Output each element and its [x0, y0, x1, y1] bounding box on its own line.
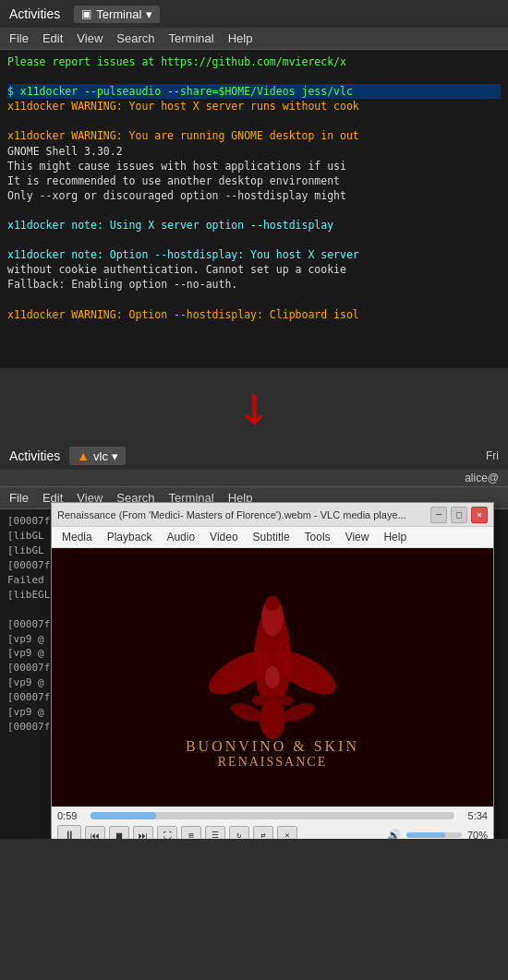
- album-text: BUONVINO & SKIN RENAISSANCE: [186, 738, 359, 770]
- vlc-menu-video[interactable]: Video: [207, 530, 240, 544]
- vlc-controls-area: 0:59 5:34 ⏸ ⏮ ⏹ ⏭ ⛶ ⊞ ☰ ↻ ⇄ ✕: [52, 807, 493, 839]
- arrow-section: ↓: [0, 368, 508, 442]
- terminal-menubar-top: File Edit View Search Terminal Help: [0, 28, 508, 50]
- vlc-menu-media[interactable]: Media: [59, 530, 95, 544]
- term-line: without cookie authentication. Cannot se…: [7, 262, 501, 277]
- vlc-menu-view[interactable]: View: [343, 530, 372, 544]
- term-line: Only --xorg or discouraged option --host…: [7, 188, 501, 203]
- terminal2-container: alice@ File Edit View Search Terminal He…: [0, 470, 508, 839]
- menu-view[interactable]: View: [77, 31, 103, 45]
- pause-button[interactable]: ⏸: [57, 825, 81, 839]
- transport-buttons: ⏸ ⏮ ⏹ ⏭ ⛶ ⊞ ☰ ↻ ⇄ ✕: [57, 825, 297, 839]
- terminal-label: Terminal: [96, 7, 141, 21]
- minimize-button[interactable]: ─: [430, 507, 447, 523]
- terminal-icon: ▣: [81, 7, 91, 20]
- next-button[interactable]: ⏭: [133, 826, 153, 839]
- terminal-app-button[interactable]: ▣ Terminal ▾: [74, 6, 160, 23]
- term-line: x11docker WARNING: Your host X server ru…: [7, 99, 501, 114]
- bottom-bar-right: Fri: [486, 449, 499, 462]
- volume-icon: 🔊: [387, 829, 401, 839]
- volume-fill: [406, 832, 445, 838]
- close-button[interactable]: ✕: [471, 507, 488, 523]
- total-time: 5:34: [460, 810, 488, 821]
- vlc-app-button[interactable]: ▲ vlc ▾: [69, 447, 126, 465]
- vlc-menu-subtitle[interactable]: Subtitle: [250, 530, 293, 544]
- term-line: Fallback: Enabling option --no-auth.: [7, 277, 501, 292]
- menu-help[interactable]: Help: [228, 31, 253, 45]
- bottom-bar-left: Activities ▲ vlc ▾: [9, 447, 126, 465]
- svg-point-4: [265, 596, 280, 611]
- volume-controls: 🔊 70%: [387, 829, 488, 839]
- progress-fill: [91, 812, 156, 819]
- current-time: 0:59: [57, 810, 85, 821]
- menu-search[interactable]: Search: [116, 31, 154, 45]
- svg-point-9: [265, 666, 280, 688]
- fullscreen-button[interactable]: ⛶: [157, 826, 177, 839]
- term-line: x11docker note: Option --hostdisplay: Yo…: [7, 247, 501, 262]
- bottom-taskbar: Activities ▲ vlc ▾ Fri: [0, 442, 508, 470]
- album-art: BUONVINO & SKIN RENAISSANCE: [52, 548, 493, 807]
- menu-edit[interactable]: Edit: [42, 31, 63, 45]
- term-line: This might cause issues with host applic…: [7, 159, 501, 173]
- playlist-button[interactable]: ☰: [205, 826, 225, 839]
- vlc-menu-help[interactable]: Help: [381, 530, 409, 544]
- term-line: [7, 114, 501, 128]
- top-taskbar: Activities ▣ Terminal ▾: [0, 0, 508, 28]
- vlc-dropdown-icon: ▾: [112, 449, 118, 463]
- menu-terminal[interactable]: Terminal: [169, 31, 214, 45]
- down-arrow-icon: ↓: [237, 377, 271, 433]
- vlc-video-area[interactable]: BUONVINO & SKIN RENAISSANCE: [52, 548, 493, 807]
- term-line: x11docker note: Using X server option --…: [7, 218, 501, 233]
- svg-point-6: [260, 699, 285, 739]
- volume-percent: 70%: [467, 830, 488, 839]
- activities-label-bottom[interactable]: Activities: [9, 448, 60, 463]
- vlc-cone-icon: ▲: [77, 448, 90, 463]
- vlc-window-controls: ─ □ ✕: [430, 507, 488, 523]
- activities-label[interactable]: Activities: [9, 6, 60, 21]
- term-line: [7, 233, 501, 247]
- random-button[interactable]: ⇄: [253, 826, 273, 839]
- close-media-button[interactable]: ✕: [277, 826, 297, 839]
- vlc-title: Renaissance (From 'Medici- Masters of Fl…: [57, 509, 430, 520]
- term-line: x11docker WARNING: You are running GNOME…: [7, 128, 501, 143]
- maximize-button[interactable]: □: [451, 507, 467, 523]
- extended-settings-button[interactable]: ⊞: [181, 826, 201, 839]
- term-line: Please report issues at https://github.c…: [7, 54, 501, 69]
- album-artist: BUONVINO & SKIN: [186, 738, 359, 755]
- progress-track[interactable]: [91, 812, 454, 819]
- loop-button[interactable]: ↻: [229, 826, 249, 839]
- menu2-file[interactable]: File: [9, 491, 29, 505]
- vlc-window: Renaissance (From 'Medici- Masters of Fl…: [51, 502, 494, 839]
- clock-display: Fri: [486, 449, 499, 462]
- user-display: alice@: [465, 472, 499, 484]
- term-cmd-line: $ x11docker --pulseaudio --share=$HOME/V…: [7, 84, 501, 99]
- term-line: x11docker WARNING: Option --hostdisplay:…: [7, 307, 501, 322]
- vlc-menu-audio[interactable]: Audio: [163, 530, 198, 544]
- vlc-menubar: Media Playback Audio Video Subtitle Tool…: [52, 527, 493, 548]
- vlc-menu-tools[interactable]: Tools: [302, 530, 333, 544]
- terminal2-user-bar: alice@: [0, 470, 508, 487]
- term-line: It is recommended to use another desktop…: [7, 173, 501, 188]
- vlc-titlebar: Renaissance (From 'Medici- Masters of Fl…: [52, 503, 493, 527]
- stop-button[interactable]: ⏹: [109, 826, 129, 839]
- prev-button[interactable]: ⏮: [85, 826, 105, 839]
- vlc-buttons-row: ⏸ ⏮ ⏹ ⏭ ⛶ ⊞ ☰ ↻ ⇄ ✕ 🔊 70%: [57, 825, 488, 839]
- album-title: RENAISSANCE: [186, 755, 359, 770]
- term-line: [7, 293, 501, 307]
- menu-file[interactable]: File: [9, 31, 29, 45]
- vlc-menu-playback[interactable]: Playback: [104, 530, 155, 544]
- progress-bar-container: 0:59 5:34: [57, 810, 488, 821]
- volume-track[interactable]: [406, 832, 462, 838]
- vlc-label: vlc: [93, 449, 108, 463]
- terminal-dropdown-icon: ▾: [146, 7, 152, 21]
- term-line: [7, 203, 501, 218]
- terminal-content-top: Please report issues at https://github.c…: [0, 50, 508, 368]
- term-line: GNOME Shell 3.30.2: [7, 144, 501, 159]
- terminal-window-top: File Edit View Search Terminal Help Plea…: [0, 28, 508, 368]
- term-line: [7, 69, 501, 84]
